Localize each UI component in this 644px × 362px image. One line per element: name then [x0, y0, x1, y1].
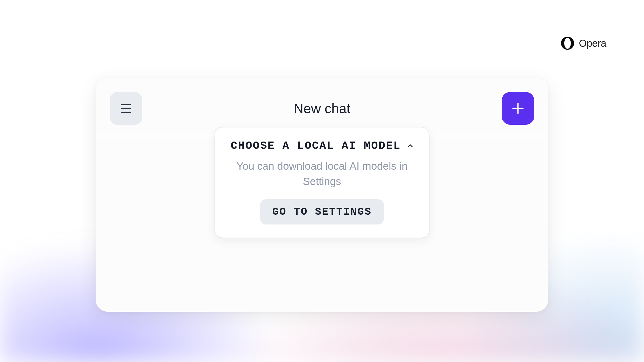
chevron-up-icon: [407, 143, 413, 149]
plus-icon: [512, 103, 524, 114]
model-selector-title: CHOOSE A LOCAL AI MODEL: [231, 140, 401, 152]
chat-header: New chat: [96, 78, 548, 125]
opera-logo: Opera: [561, 36, 606, 50]
model-selector-description: You can download local AI models in Sett…: [227, 159, 417, 189]
page-title: New chat: [294, 101, 350, 116]
new-chat-button[interactable]: [502, 92, 534, 125]
opera-logo-text: Opera: [579, 38, 606, 49]
menu-button[interactable]: [110, 92, 142, 125]
opera-logo-icon: [561, 36, 574, 50]
model-selector-header[interactable]: CHOOSE A LOCAL AI MODEL: [227, 140, 417, 152]
model-selector-panel: CHOOSE A LOCAL AI MODEL You can download…: [215, 127, 430, 238]
svg-point-1: [564, 38, 571, 49]
chat-card: New chat CHOOSE A LOCAL AI MODEL You can…: [96, 78, 548, 312]
go-to-settings-button[interactable]: GO TO SETTINGS: [260, 199, 384, 224]
hamburger-icon: [121, 104, 131, 113]
